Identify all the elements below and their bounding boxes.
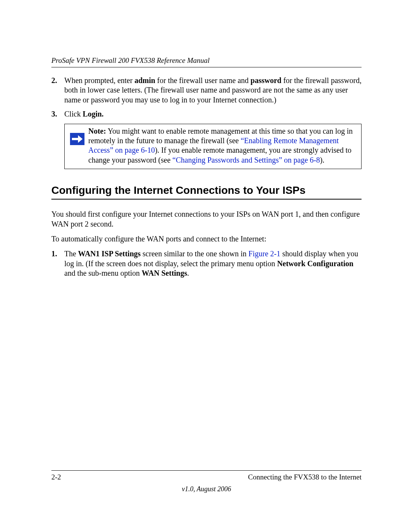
section-rule bbox=[51, 199, 362, 200]
bold-text: password bbox=[250, 76, 281, 85]
text: When prompted, enter bbox=[64, 76, 134, 85]
arrow-right-icon bbox=[68, 126, 88, 165]
text: screen similar to the one shown in bbox=[141, 249, 249, 258]
paragraph: You should first configure your Internet… bbox=[51, 209, 362, 229]
bold-text: Network Configuration bbox=[277, 259, 354, 268]
step-2: 2. When prompted, enter admin for the fi… bbox=[51, 76, 362, 105]
link-figure-2-1[interactable]: Figure 2-1 bbox=[249, 249, 280, 258]
version-text: v1.0, August 2006 bbox=[51, 485, 362, 493]
step-number: 2. bbox=[51, 76, 64, 105]
step-body: Click Login. bbox=[64, 109, 362, 119]
bold-text: WAN Settings bbox=[142, 269, 187, 277]
footer-line: 2-2 Connecting the FVX538 to the Interne… bbox=[51, 473, 362, 481]
paragraph: To automatically configure the WAN ports… bbox=[51, 234, 362, 244]
footer-rule bbox=[51, 470, 362, 471]
page-footer: 2-2 Connecting the FVX538 to the Interne… bbox=[51, 470, 362, 493]
step-body: The WAN1 ISP Settings screen similar to … bbox=[64, 249, 362, 278]
text: ). bbox=[320, 156, 325, 164]
link-changing-passwords[interactable]: “Changing Passwords and Settings” on pag… bbox=[172, 156, 320, 164]
header-rule bbox=[51, 67, 362, 67]
text: Click bbox=[64, 110, 83, 118]
step-number: 3. bbox=[51, 109, 64, 119]
step-number: 1. bbox=[51, 249, 64, 278]
chapter-title: Connecting the FVX538 to the Internet bbox=[248, 473, 362, 481]
bold-text: WAN1 ISP Settings bbox=[78, 249, 140, 258]
bold-text: Login. bbox=[83, 110, 104, 118]
running-header: ProSafe VPN Firewall 200 FVX538 Referenc… bbox=[51, 56, 362, 65]
text: The bbox=[64, 249, 78, 258]
text: for the firewall user name and bbox=[155, 76, 250, 85]
document-page: ProSafe VPN Firewall 200 FVX538 Referenc… bbox=[0, 0, 411, 532]
note-box: Note: You might want to enable remote ma… bbox=[64, 124, 362, 169]
svg-rect-2 bbox=[72, 138, 78, 140]
text: . bbox=[187, 269, 189, 277]
section-step-1: 1. The WAN1 ISP Settings screen similar … bbox=[51, 249, 362, 278]
bold-text: admin bbox=[134, 76, 155, 85]
note-text: Note: You might want to enable remote ma… bbox=[88, 126, 357, 165]
note-label: Note: bbox=[88, 127, 106, 135]
section-heading: Configuring the Internet Connections to … bbox=[51, 184, 362, 197]
step-body: When prompted, enter admin for the firew… bbox=[64, 76, 362, 105]
step-3: 3. Click Login. bbox=[51, 109, 362, 119]
page-number: 2-2 bbox=[51, 473, 61, 481]
text: and the sub-menu option bbox=[64, 269, 142, 277]
